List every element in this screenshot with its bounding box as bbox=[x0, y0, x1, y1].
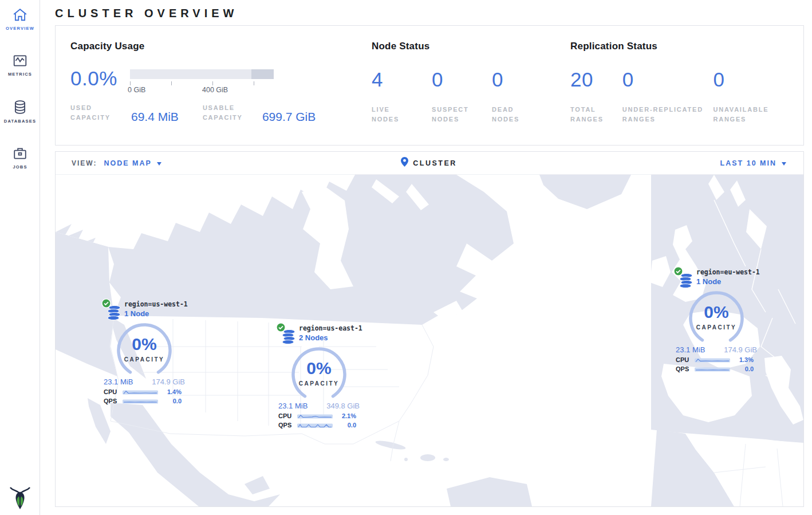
region-label: region=eu-west-1 bbox=[696, 268, 759, 276]
dead-nodes-label: DEAD NODES bbox=[492, 105, 532, 124]
node-status-section: Node Status 4 LIVE NODES 0 SUSPECT NODES… bbox=[372, 41, 570, 145]
qps-label: QPS bbox=[676, 365, 695, 372]
sidebar-item-label: METRICS bbox=[8, 72, 32, 77]
cluster-summary-panel: Capacity Usage 0.0% 0 GiB 400 GiB bbox=[55, 25, 804, 146]
node-map-marker-eu-west-1[interactable]: region=eu-west-1 1 Node 0% CAPACITY 23.1… bbox=[673, 268, 759, 372]
capacity-arc: 0% CAPACITY bbox=[115, 321, 174, 376]
section-title: Capacity Usage bbox=[70, 41, 372, 52]
page-title: CLUSTER OVERVIEW bbox=[40, 0, 812, 25]
qps-label: QPS bbox=[278, 422, 297, 428]
view-selector-value: NODE MAP bbox=[104, 159, 151, 167]
live-nodes-value: 4 bbox=[372, 68, 432, 91]
capacity-arc: 0% CAPACITY bbox=[687, 289, 746, 344]
sidebar-item-metrics[interactable]: METRICS bbox=[0, 46, 40, 82]
qps-sparkline bbox=[297, 422, 333, 428]
capacity-total-value: 174.9 GiB bbox=[152, 378, 185, 386]
cpu-sparkline bbox=[695, 357, 730, 363]
sidebar: OVERVIEW METRICS DATABASES JOBS bbox=[0, 0, 40, 515]
capacity-caption: CAPACITY bbox=[289, 380, 349, 387]
capacity-used-percent: 0.0% bbox=[70, 67, 130, 95]
capacity-used-value: 23.1 MiB bbox=[278, 402, 308, 410]
time-range-value: LAST 10 MIN bbox=[720, 159, 776, 167]
capacity-caption: CAPACITY bbox=[115, 356, 174, 363]
sidebar-item-databases[interactable]: DATABASES bbox=[0, 92, 40, 129]
under-replicated-label: UNDER-REPLICATED RANGES bbox=[622, 105, 708, 124]
node-count-link[interactable]: 1 Node bbox=[124, 309, 187, 318]
cockroachdb-logo bbox=[0, 485, 40, 510]
capacity-percent: 0% bbox=[115, 335, 174, 354]
capacity-used-value: 23.1 MiB bbox=[104, 378, 133, 386]
location-pin-icon bbox=[401, 157, 408, 169]
view-label: VIEW: bbox=[72, 159, 97, 167]
capacity-usage-section: Capacity Usage 0.0% 0 GiB 400 GiB bbox=[70, 41, 372, 145]
tick-label: 0 GiB bbox=[128, 86, 145, 94]
suspect-nodes-value: 0 bbox=[432, 68, 492, 91]
cpu-sparkline bbox=[123, 389, 158, 395]
node-count-link[interactable]: 1 Node bbox=[696, 277, 759, 286]
time-range-selector[interactable]: LAST 10 MIN bbox=[720, 159, 786, 167]
cpu-value: 1.3% bbox=[730, 356, 757, 363]
used-capacity-label: USED CAPACITY bbox=[70, 103, 123, 123]
node-map-marker-us-east-1[interactable]: region=us-east-1 2 Nodes 0% CAPACITY 23.… bbox=[276, 324, 362, 428]
capacity-arc: 0% CAPACITY bbox=[289, 345, 349, 400]
view-selector[interactable]: NODE MAP bbox=[104, 159, 161, 167]
node-map[interactable]: region=us-west-1 1 Node 0% CAPACITY 23.1… bbox=[56, 175, 803, 506]
qps-value: 0.0 bbox=[730, 365, 757, 372]
total-ranges-value: 20 bbox=[570, 68, 622, 91]
replication-status-section: Replication Status 20 TOTAL RANGES 0 UND… bbox=[570, 41, 790, 145]
dead-nodes-value: 0 bbox=[492, 68, 552, 91]
unavailable-ranges-stat: 0 UNAVAILABLE RANGES bbox=[713, 68, 790, 124]
region-label: region=us-west-1 bbox=[124, 300, 187, 308]
capacity-bar-ticks bbox=[130, 81, 274, 86]
breadcrumb-cluster: CLUSTER bbox=[413, 159, 457, 167]
sidebar-item-jobs[interactable]: JOBS bbox=[0, 139, 40, 175]
databases-icon bbox=[13, 100, 27, 115]
usable-capacity-value: 699.7 GiB bbox=[262, 110, 316, 124]
tick-label: 400 GiB bbox=[202, 86, 228, 94]
metrics-icon bbox=[13, 54, 27, 68]
jobs-icon bbox=[13, 147, 27, 160]
chevron-down-icon bbox=[782, 162, 786, 166]
dead-nodes-stat: 0 DEAD NODES bbox=[492, 68, 552, 124]
cpu-label: CPU bbox=[278, 412, 297, 419]
node-map-marker-us-west-1[interactable]: region=us-west-1 1 Node 0% CAPACITY 23.1… bbox=[101, 300, 187, 404]
qps-value: 0.0 bbox=[158, 398, 185, 404]
capacity-used-value: 23.1 MiB bbox=[676, 345, 705, 354]
section-title: Replication Status bbox=[570, 41, 790, 52]
capacity-percent: 0% bbox=[687, 302, 746, 322]
section-title: Node Status bbox=[372, 41, 570, 52]
capacity-bar bbox=[130, 69, 274, 79]
cpu-value: 2.1% bbox=[333, 412, 360, 419]
sidebar-item-label: JOBS bbox=[13, 164, 27, 170]
node-count-link[interactable]: 2 Nodes bbox=[299, 333, 362, 342]
region-label: region=us-east-1 bbox=[299, 324, 362, 332]
cpu-sparkline bbox=[297, 413, 333, 419]
qps-value: 0.0 bbox=[333, 422, 360, 428]
sidebar-item-overview[interactable]: OVERVIEW bbox=[0, 0, 40, 37]
qps-label: QPS bbox=[104, 398, 123, 404]
qps-sparkline bbox=[123, 398, 158, 404]
capacity-total-value: 174.9 GiB bbox=[724, 345, 757, 354]
suspect-nodes-stat: 0 SUSPECT NODES bbox=[432, 68, 492, 124]
live-nodes-stat: 4 LIVE NODES bbox=[372, 68, 432, 124]
capacity-caption: CAPACITY bbox=[687, 324, 746, 331]
capacity-percent: 0% bbox=[289, 359, 349, 378]
live-nodes-label: LIVE NODES bbox=[372, 105, 412, 124]
used-capacity-value: 69.4 MiB bbox=[131, 110, 179, 124]
capacity-total-value: 349.8 GiB bbox=[326, 402, 360, 410]
usable-capacity-label: USABLE CAPACITY bbox=[203, 103, 254, 123]
sidebar-item-label: DATABASES bbox=[4, 119, 36, 124]
total-ranges-stat: 20 TOTAL RANGES bbox=[570, 68, 622, 124]
cpu-value: 1.4% bbox=[158, 388, 185, 395]
total-ranges-label: TOTAL RANGES bbox=[570, 105, 622, 124]
sidebar-item-label: OVERVIEW bbox=[6, 26, 34, 31]
unavailable-ranges-value: 0 bbox=[713, 68, 790, 91]
map-toolbar: VIEW: NODE MAP CLUSTER LAST 10 MIN bbox=[56, 152, 803, 175]
capacity-bar-reserved-segment bbox=[251, 69, 274, 79]
home-icon bbox=[13, 8, 27, 22]
chevron-down-icon bbox=[157, 162, 161, 166]
under-replicated-stat: 0 UNDER-REPLICATED RANGES bbox=[622, 68, 714, 124]
cpu-label: CPU bbox=[676, 356, 695, 363]
cpu-label: CPU bbox=[104, 388, 123, 395]
node-map-panel: VIEW: NODE MAP CLUSTER LAST 10 MIN bbox=[55, 151, 804, 507]
